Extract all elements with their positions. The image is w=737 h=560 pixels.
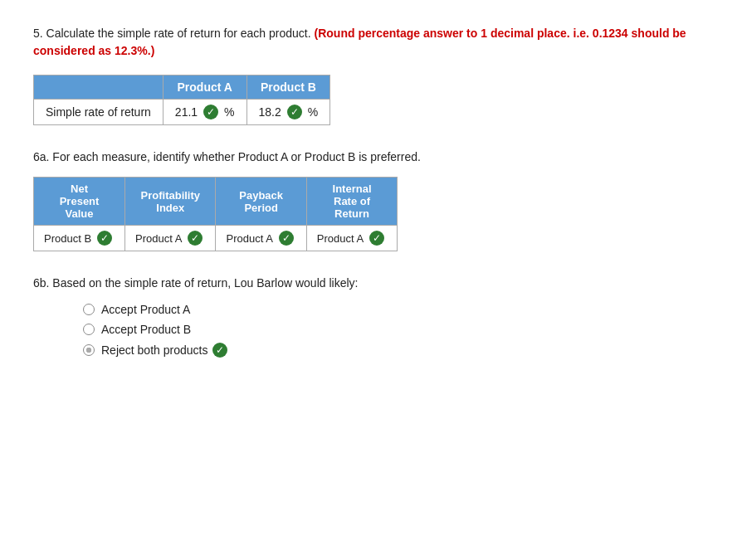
question-6a-text: 6a. For each measure, identify whether P…: [33, 150, 704, 163]
product-a-value-cell: 21.1 ✓ %: [163, 100, 246, 125]
pi-value: Product A: [135, 232, 182, 245]
question-5-block: 5. Calculate the simple rate of return f…: [33, 25, 704, 125]
product-a-value: 21.1: [175, 105, 198, 119]
product-a-check-icon: ✓: [203, 105, 218, 119]
header-pi: ProfitabilityIndex: [125, 178, 216, 226]
reject-both-check-icon: ✓: [212, 343, 227, 358]
radio-circle-accept-a: [83, 304, 95, 315]
header-irr: InternalRate ofReturn: [306, 178, 397, 226]
product-b-value: 18.2: [259, 105, 281, 119]
irr-check-icon: ✓: [369, 231, 384, 246]
header-npv: NetPresentValue: [34, 178, 125, 226]
preference-table-wrap: NetPresentValue ProfitabilityIndex Payba…: [33, 177, 704, 251]
product-a-unit: %: [224, 105, 234, 119]
radio-options-group: Accept Product A Accept Product B Reject…: [83, 303, 704, 358]
question-6a-block: 6a. For each measure, identify whether P…: [33, 150, 704, 251]
radio-label-reject-both: Reject both products: [101, 343, 207, 357]
table1-col-product-a: Product A: [163, 75, 246, 100]
row-label-simple-rate: Simple rate of return: [34, 100, 164, 125]
preference-row: Product B ✓ Product A ✓ Product A: [34, 226, 398, 251]
pi-check-icon: ✓: [188, 231, 203, 246]
npv-preference: Product B ✓: [34, 226, 125, 251]
payback-value: Product A: [226, 232, 272, 245]
radio-item-accept-b[interactable]: Accept Product B: [83, 323, 704, 336]
radio-circle-accept-b: [83, 324, 95, 335]
question-5-text: 5. Calculate the simple rate of return f…: [33, 25, 704, 60]
table1-col-product-b: Product B: [246, 75, 330, 100]
payback-preference: Product A ✓: [216, 226, 306, 251]
irr-preference: Product A ✓: [306, 226, 397, 251]
preference-table: NetPresentValue ProfitabilityIndex Payba…: [33, 177, 398, 251]
irr-value: Product A: [317, 232, 364, 245]
product-b-unit: %: [308, 105, 318, 119]
radio-label-accept-b: Accept Product B: [101, 323, 191, 336]
radio-item-reject-both[interactable]: Reject both products ✓: [83, 343, 704, 358]
question-6b-block: 6b. Based on the simple rate of return, …: [33, 276, 704, 358]
npv-check-icon: ✓: [97, 231, 112, 246]
pi-preference: Product A ✓: [125, 226, 216, 251]
radio-label-accept-a: Accept Product A: [101, 303, 190, 316]
question-6b-text: 6b. Based on the simple rate of return, …: [33, 276, 704, 290]
payback-check-icon: ✓: [279, 231, 294, 246]
npv-value: Product B: [44, 232, 91, 245]
radio-item-accept-a[interactable]: Accept Product A: [83, 303, 704, 316]
product-b-check-icon: ✓: [287, 105, 302, 119]
header-payback: PaybackPeriod: [216, 178, 306, 226]
product-b-value-cell: 18.2 ✓ %: [246, 100, 330, 125]
table-row: Simple rate of return 21.1 ✓ % 18.2 ✓ %: [34, 100, 330, 125]
question-5-label: 5. Calculate the simple rate of return f…: [33, 27, 311, 40]
simple-rate-table: Product A Product B Simple rate of retur…: [33, 75, 330, 125]
radio-circle-reject-both: [83, 344, 95, 356]
table1-col-empty: [34, 75, 164, 100]
